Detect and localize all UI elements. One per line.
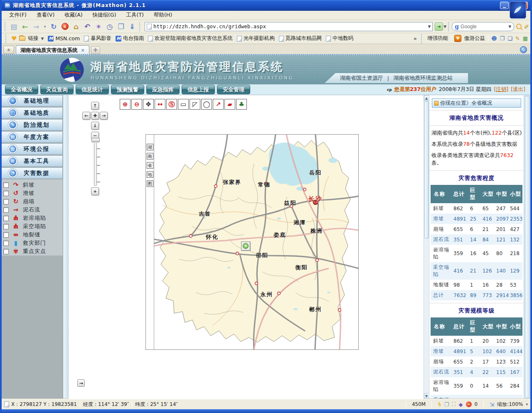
history-dropdown-button[interactable]: ▾ [42,21,48,32]
circle-select-tool[interactable]: ◯ [201,99,212,110]
layer-checkbox[interactable] [3,249,9,254]
resize-icon[interactable]: ⇲ [490,401,494,408]
charity-heart-icon[interactable]: ♥ [454,35,461,42]
rubik-icon[interactable]: ▦ [523,35,528,42]
linksbar-grip[interactable] [5,34,7,43]
zoom-in-step-button[interactable]: ＋ [91,187,99,195]
nav-tab-6[interactable]: 安全管理 [217,85,250,94]
logout-link[interactable]: [注销] [494,86,508,93]
nav-tab-1[interactable]: 灾点查询 [40,85,74,94]
back-button[interactable]: ← [20,21,30,32]
links-overflow-icon[interactable]: » [414,35,417,42]
address-input[interactable] [153,23,426,30]
links-label[interactable]: 链接 [28,35,38,42]
tab-close-icon[interactable]: ✕ [81,48,85,53]
refresh-button[interactable]: ↻ [48,21,59,32]
zoom-level[interactable]: 缩放:100% [497,401,523,408]
window-manager-button[interactable]: ❐ [116,21,126,32]
menu-item-1[interactable]: 查看(V) [32,11,59,20]
adhunter-icon[interactable]: ❐ [444,401,449,408]
link-item-3[interactable]: 欢迎登陆湖南省地质灾害信息系统 [148,35,233,42]
go-button[interactable]: ➜ [435,22,443,31]
window-scroll-thumb[interactable] [525,96,530,398]
menu-item-5[interactable]: 帮助(H) [150,11,176,20]
popup-blocker-icon[interactable]: ⛶ [452,401,456,408]
blocked-counter-icon[interactable]: − [466,401,472,407]
scale-tool[interactable]: Ⓢ [166,99,177,110]
polygon-select-tool[interactable]: ◸ [190,99,200,110]
header-link-station[interactable]: 湖南省地质环境监测总站 [393,74,453,82]
search-grip[interactable] [448,22,450,31]
zoom-dropdown-icon[interactable]: ▾ [526,402,528,406]
nav-tab-4[interactable]: 应急指挥 [146,85,180,94]
layer-checkbox[interactable] [3,241,9,246]
pan-left-button[interactable]: ← [82,112,90,120]
splitter[interactable] [63,95,69,399]
nav-tab-5[interactable]: 信息上报 [182,85,215,94]
pan-down-button[interactable]: ↓ [91,122,99,130]
pan-up-button[interactable]: ↑ [91,102,99,110]
toolbar-grip[interactable] [5,22,7,31]
brush-icon[interactable]: ✎ [515,35,520,42]
eraser-tool[interactable]: ▰ [224,99,235,110]
sidebar-group-4[interactable]: ▥ 环境公报 [2,143,63,155]
forward-button[interactable]: → [31,21,42,32]
link-item-5[interactable]: 觅路城市精品网 [279,35,322,42]
tab-star-button[interactable]: ★ [3,46,14,54]
new-tab-button[interactable]: ✚ [91,46,100,54]
address-bar[interactable]: ▼ [145,22,433,31]
plugins-label[interactable]: 增强功能 [427,35,448,42]
search-magnifier-icon[interactable] [516,24,522,29]
favorites-heart-icon[interactable]: ♥ [11,35,17,42]
link-item-2[interactable]: M电台指南 [116,35,144,42]
sidebar-group-0[interactable]: « 基础地理 [2,95,63,106]
addressbar-grip[interactable] [139,22,141,31]
layer-checkbox[interactable] [3,182,9,188]
pan-center-button[interactable]: ✚ [91,112,99,120]
map-canvas[interactable]: 张家界常德岳阳益阳长沙吉首湘潭株洲怀化娄底邵阳衡阳永州郴州 ＋ [154,135,358,349]
links-dropdown-icon[interactable]: ▼ [41,37,44,41]
sidebar-group-5[interactable]: ⊞ 基本工具 [2,155,63,167]
sidebar-group-6[interactable]: ◔ 灾害数据 [2,167,63,179]
skin-icon[interactable]: ☻ [491,35,497,42]
search-input[interactable] [461,24,507,30]
nav-tab-3[interactable]: 预测预警 [111,85,144,94]
menu-item-0[interactable]: 文件(F) [5,11,31,20]
search-box[interactable]: g ▼ [452,22,514,31]
layer-checkbox[interactable] [3,216,9,221]
layer-checkbox[interactable] [3,191,9,196]
link-item-1[interactable]: 暴风影音 [84,35,111,42]
link-item-0[interactable]: MMSN.com [48,35,80,42]
zoom-slider-handle[interactable] [91,138,100,142]
sidebar-group-1[interactable]: ▢ 基础地质 [2,107,63,118]
header-link-dept[interactable]: 湖南省国土资源厅 [340,74,383,82]
scroll-thumb[interactable] [424,101,429,238]
boost-lightning-icon[interactable]: ϟ [438,401,441,408]
minimize-button[interactable]: ▁ [500,2,509,9]
pan-right-button[interactable]: → [100,112,108,120]
notes-icon[interactable]: ❏ [507,35,512,42]
menu-item-3[interactable]: 快捷组(G) [89,11,121,20]
links-folder-icon[interactable] [19,36,25,41]
layer-checkbox[interactable] [3,232,9,238]
menu-item-2[interactable]: 收藏(A) [60,11,86,20]
gps-marker[interactable]: ＋ [241,241,250,251]
sidebar-group-3[interactable]: ▤ 年度方案 [2,131,63,143]
link-item-4[interactable]: 光年摄影机构 [237,35,275,42]
pan-tool[interactable]: ✥ [143,99,154,110]
zoom-in-tool[interactable]: ⊕ [120,99,131,110]
undo-button[interactable]: ↶ [82,21,93,32]
address-dropdown-icon[interactable]: ▼ [428,25,431,29]
zoom-out-tool[interactable]: ⊖ [131,99,142,110]
tabbar-refresh-button[interactable]: ↻ [520,46,527,53]
download-button[interactable]: ⇓ [127,21,138,32]
exit-link[interactable]: [退出] [511,86,525,93]
zoom-slider-track[interactable] [94,139,97,186]
layer-checkbox[interactable] [3,224,9,229]
layer-checkbox[interactable] [3,207,9,213]
scroll-up-icon[interactable]: ▲ [424,95,429,101]
window-scrollbar[interactable] [524,95,530,399]
link-item-6[interactable]: 中地数码 [326,35,353,42]
menu-item-4[interactable]: 工具(T) [122,11,148,20]
nav-tab-2[interactable]: 信息统计 [76,85,109,94]
